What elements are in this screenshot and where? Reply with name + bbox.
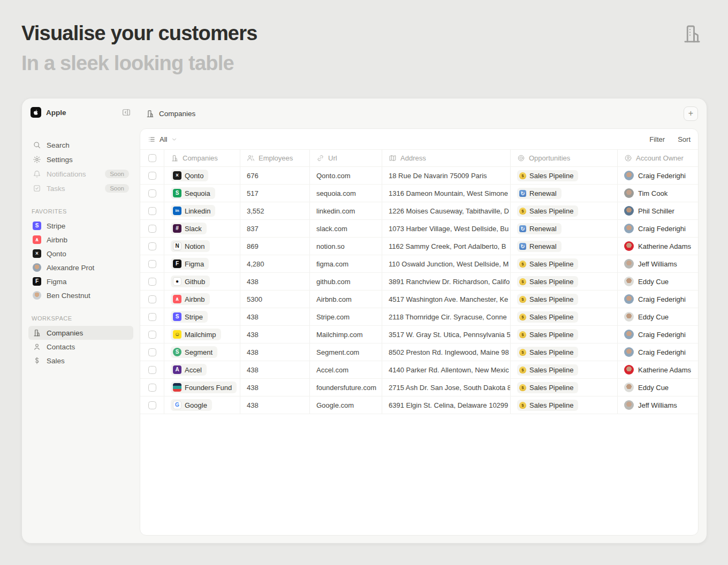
sidebar-item-stripe[interactable]: SStripe xyxy=(28,219,133,233)
table-row[interactable]: SStripe438Stripe.com2118 Thornridge Cir.… xyxy=(140,308,698,326)
sidebar-item-settings[interactable]: Settings xyxy=(28,152,133,166)
building-icon xyxy=(171,154,179,162)
row-checkbox[interactable] xyxy=(148,348,156,356)
opportunity-badge[interactable]: $Sales Pipeline xyxy=(517,311,578,323)
company-name: Sequoia xyxy=(185,189,210,197)
column-header-account-owner[interactable]: Account Owner xyxy=(618,150,698,166)
opportunity-badge[interactable]: $Sales Pipeline xyxy=(517,294,578,305)
employees-cell: 4,280 xyxy=(240,255,310,272)
company-chip[interactable]: SSegment xyxy=(171,346,217,358)
table-row[interactable]: FFigma4,280figma.com110 Oswald Junction,… xyxy=(140,255,698,273)
row-checkbox[interactable] xyxy=(148,384,156,392)
sort-button[interactable]: Sort xyxy=(678,135,691,143)
table-row[interactable]: GGoogle438Google.com6391 Elgin St. Celin… xyxy=(140,396,698,414)
employees-cell: 5300 xyxy=(240,291,310,308)
table-row[interactable]: ●Github438github.com3891 Ranchview Dr. R… xyxy=(140,273,698,291)
company-chip[interactable]: ☺Mailchimp xyxy=(171,329,221,340)
list-icon xyxy=(148,135,156,143)
row-checkbox[interactable] xyxy=(148,225,156,233)
company-chip[interactable]: Founders Fund xyxy=(171,381,237,393)
opportunity-badge[interactable]: $Sales Pipeline xyxy=(517,329,578,340)
topbar: Companies + xyxy=(140,98,707,128)
column-header-url[interactable]: Url xyxy=(310,150,382,166)
sidebar-item-sales[interactable]: Sales xyxy=(28,354,133,368)
account-owner-cell: Eddy Cue xyxy=(618,379,698,396)
row-checkbox[interactable] xyxy=(148,207,156,215)
row-checkbox[interactable] xyxy=(148,242,156,250)
company-chip[interactable]: inLinkedin xyxy=(171,205,215,217)
add-button[interactable]: + xyxy=(684,106,698,121)
column-header-opportunities[interactable]: Opportunities xyxy=(511,150,618,166)
company-chip[interactable]: NNotion xyxy=(171,240,210,252)
collapse-sidebar-icon[interactable] xyxy=(122,108,131,117)
table-row[interactable]: SSegment438Segment.com8502 Preston Rd. I… xyxy=(140,343,698,361)
company-chip[interactable]: ●Github xyxy=(171,276,210,287)
opportunity-badge[interactable]: $Sales Pipeline xyxy=(517,170,578,181)
sidebar-item-airbnb[interactable]: ∧Airbnb xyxy=(28,233,133,247)
sidebar-item-qonto[interactable]: ×Qonto xyxy=(28,247,133,261)
table-row[interactable]: inLinkedin3,552linkedin.com1226 Moises C… xyxy=(140,202,698,220)
company-chip[interactable]: SStripe xyxy=(171,311,208,323)
opportunity-badge[interactable]: ↻Renewal xyxy=(517,223,562,234)
row-checkbox[interactable] xyxy=(148,172,156,180)
row-checkbox[interactable] xyxy=(148,366,156,374)
avatar xyxy=(624,330,634,339)
sidebar-item-notifications[interactable]: NotificationsSoon xyxy=(28,167,133,181)
opportunity-badge[interactable]: $Sales Pipeline xyxy=(517,347,578,358)
company-chip[interactable]: ∧Airbnb xyxy=(171,293,210,305)
address-cell: 1316 Dameon Mountain, West Simone xyxy=(382,185,511,202)
company-chip[interactable]: SSequoia xyxy=(171,187,215,199)
sidebar-item-tasks[interactable]: TasksSoon xyxy=(28,181,133,195)
sidebar-item-search[interactable]: Search xyxy=(28,138,133,152)
row-checkbox[interactable] xyxy=(148,189,156,197)
company-chip[interactable]: GGoogle xyxy=(171,399,212,411)
workspace-switcher[interactable]: Apple xyxy=(28,106,133,119)
table-row[interactable]: NNotion869notion.so1162 Sammy Creek, Por… xyxy=(140,238,698,255)
company-chip[interactable]: ×Qonto xyxy=(171,170,208,181)
user-icon xyxy=(33,342,41,351)
table-row[interactable]: #Slack837slack.com1073 Harber Village, W… xyxy=(140,220,698,238)
row-checkbox[interactable] xyxy=(148,295,156,303)
company-chip[interactable]: AAccel xyxy=(171,364,207,376)
sidebar-item-ben-chestnut[interactable]: Ben Chestnut xyxy=(28,288,133,302)
row-checkbox[interactable] xyxy=(148,260,156,268)
company-chip[interactable]: #Slack xyxy=(171,223,207,234)
url-cell: Google.com xyxy=(310,396,382,414)
opportunity-badge[interactable]: ↻Renewal xyxy=(517,241,562,252)
company-cell: inLinkedin xyxy=(164,202,240,219)
opportunity-badge[interactable]: $Sales Pipeline xyxy=(517,276,578,287)
row-checkbox[interactable] xyxy=(148,401,156,409)
table-row[interactable]: AAccel438Accel.com4140 Parker Rd. Allent… xyxy=(140,361,698,379)
table-row[interactable]: Founders Fund438foundersfuture.com2715 A… xyxy=(140,379,698,396)
select-all-checkbox[interactable] xyxy=(148,154,156,162)
view-selector[interactable]: All xyxy=(148,135,178,143)
opportunity-badge[interactable]: $Sales Pipeline xyxy=(517,258,578,270)
chevron-down-icon xyxy=(171,136,178,143)
opportunity-badge[interactable]: ↻Renewal xyxy=(517,188,562,199)
sidebar-item-label: Sales xyxy=(47,357,129,365)
opportunity-badge[interactable]: $Sales Pipeline xyxy=(517,364,578,376)
table-row[interactable]: ∧Airbnb5300Airbnb.com4517 Washington Ave… xyxy=(140,291,698,308)
column-header-companies[interactable]: Companies xyxy=(164,150,240,166)
row-checkbox[interactable] xyxy=(148,313,156,321)
table-row[interactable]: ×Qonto676Qonto.com18 Rue De Navarin 7500… xyxy=(140,167,698,185)
employees-cell: 438 xyxy=(240,361,310,378)
table-row[interactable]: ☺Mailchimp438Mailchimp.com3517 W. Gray S… xyxy=(140,326,698,343)
company-chip[interactable]: FFigma xyxy=(171,258,209,270)
row-checkbox[interactable] xyxy=(148,278,156,286)
money-bag-icon: $ xyxy=(519,296,526,303)
sidebar-item-figma[interactable]: FFigma xyxy=(28,274,133,288)
column-header-address[interactable]: Address xyxy=(382,150,511,166)
apple-logo-icon xyxy=(31,107,41,118)
avatar xyxy=(624,400,634,410)
filter-button[interactable]: Filter xyxy=(649,135,665,143)
sidebar-item-alexandre-prot[interactable]: Alexandre Prot xyxy=(28,261,133,274)
opportunity-badge[interactable]: $Sales Pipeline xyxy=(517,400,578,411)
column-header-employees[interactable]: Employees xyxy=(240,150,310,166)
opportunity-badge[interactable]: $Sales Pipeline xyxy=(517,382,578,393)
sidebar-item-contacts[interactable]: Contacts xyxy=(28,340,133,354)
opportunity-badge[interactable]: $Sales Pipeline xyxy=(517,205,578,217)
sidebar-item-companies[interactable]: Companies xyxy=(28,326,133,340)
row-checkbox[interactable] xyxy=(148,331,156,339)
table-row[interactable]: SSequoia517sequoia.com1316 Dameon Mounta… xyxy=(140,185,698,202)
